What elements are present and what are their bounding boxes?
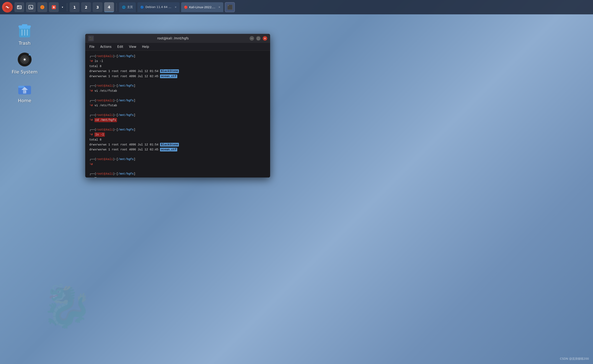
filesystem-icon[interactable]: File System [8, 49, 41, 77]
workspace-tab-4[interactable]: 4 [104, 2, 114, 12]
terminal-maximize-btn[interactable]: □ [256, 36, 261, 41]
terminal-line-7: ┌──(root㉿kali)-[/mnt/hgfs] [89, 113, 266, 117]
taskbar-divider-1 [67, 3, 67, 11]
terminal-line-3: ┌──(root㉿kali)-[/mnt/hgfs] [89, 84, 266, 88]
debian-tab-label: Debian 11.4 64 位 ... [146, 5, 172, 9]
terminal-menubar: File Actions Edit View Help [85, 43, 270, 51]
taskbar: B ▾ 1 2 3 4 🌐 主页 🔵 Debian 11.4 64 位 ... … [0, 0, 593, 14]
browser-tab-kali[interactable]: 🔴 Kali-Linux-2022.2-vmware... ✕ [181, 2, 223, 12]
terminal-line-2: └# ls -l [89, 59, 266, 63]
terminal-line-13: ┌──(root㉿kali)-[/mnt/hgfs] [89, 172, 266, 176]
svg-point-28 [25, 91, 26, 92]
kali-tab-favicon: 🔴 [184, 6, 187, 9]
burpsuite-dropdown[interactable]: ▾ [60, 2, 65, 12]
terminal-titlebar-icon: ⬛ [88, 35, 94, 41]
home-tab-label: 主页 [127, 5, 133, 9]
menu-file[interactable]: File [89, 45, 94, 49]
terminal-output-1: total 8 [89, 64, 266, 69]
terminal-line-12: └# [89, 162, 266, 167]
terminal-taskbar-tab[interactable]: ⬛ [225, 2, 235, 12]
workspace-tab-2[interactable]: 2 [81, 2, 91, 12]
terminal-output-2: drwxrwxrwx 1 root root 4096 Jul 12 01:54… [89, 69, 266, 73]
kali-logo[interactable] [2, 2, 13, 13]
terminal-titlebar: ⬛ root@kali: /mnt/hgfs — □ ✕ [85, 34, 270, 43]
terminal-line-8: └# cd /mnt/hgfs [89, 118, 266, 122]
debian-tab-favicon: 🔵 [140, 6, 144, 9]
terminal-button[interactable] [26, 2, 36, 12]
svg-rect-17 [22, 24, 27, 26]
filesystem-label: File System [12, 69, 38, 74]
menu-help[interactable]: Help [142, 45, 149, 49]
browser-tab-debian[interactable]: 🔵 Debian 11.4 64 位 ... ✕ [137, 2, 180, 12]
trash-label: Trash [19, 41, 31, 46]
svg-text:B: B [53, 6, 55, 9]
kali-tab-close[interactable]: ✕ [218, 6, 220, 9]
workspace-tab-3[interactable]: 3 [93, 2, 102, 12]
burpsuite-button[interactable]: B [49, 2, 59, 12]
home-tab-favicon: 🌐 [122, 6, 126, 9]
menu-actions[interactable]: Actions [100, 45, 112, 49]
svg-rect-4 [17, 6, 21, 9]
home-icon[interactable]: Home [8, 78, 41, 105]
svg-rect-25 [18, 86, 24, 88]
terminal-window: ⬛ root@kali: /mnt/hgfs — □ ✕ File Action… [85, 34, 270, 177]
terminal-line-1: ┌──(root㉿kali)-[/mnt/hgfs] [89, 54, 266, 58]
terminal-output-5: drwxrwxrwx 1 root root 4096 Jul 12 01:54… [89, 143, 266, 147]
terminal-minimize-btn[interactable]: — [250, 36, 254, 41]
filesystem-icon-img [16, 51, 33, 68]
svg-point-1 [7, 6, 8, 8]
file-manager-button[interactable] [14, 2, 24, 12]
menu-edit[interactable]: Edit [117, 45, 123, 49]
terminal-line-5: ┌──(root㉿kali)-[/mnt/hgfs] [89, 98, 266, 103]
firefox-button[interactable] [37, 2, 47, 12]
terminal-controls: — □ ✕ [250, 36, 267, 41]
taskbar-divider-2 [116, 3, 117, 11]
home-icon-img [16, 80, 33, 97]
trash-icon-img [16, 23, 33, 39]
home-label: Home [18, 98, 31, 103]
terminal-tab-icon: ⬛ [227, 5, 233, 10]
terminal-line-11: ┌──(root㉿kali)-[/mnt/hgfs] [89, 157, 266, 162]
menu-view[interactable]: View [129, 45, 136, 49]
bg-decoration: 🐉 [41, 282, 103, 344]
terminal-line-10: └# ls -l [89, 132, 266, 137]
terminal-title: root@kali: /mnt/hgfs [96, 37, 250, 40]
terminal-line-4: └# vi /etc/fstab [89, 89, 266, 93]
terminal-body[interactable]: ┌──(root㉿kali)-[/mnt/hgfs] └# ls -l tota… [85, 51, 270, 177]
terminal-cursor [94, 177, 97, 177]
svg-point-22 [24, 58, 26, 60]
terminal-output-4: total 8 [89, 137, 266, 142]
workspace-tab-1[interactable]: 1 [70, 2, 80, 12]
csdn-watermark: CSDN @流浪猫喵200 [560, 357, 589, 361]
browser-tab-home[interactable]: 🌐 主页 [119, 2, 136, 12]
kali-tab-label: Kali-Linux-2022.2-vmware... [189, 6, 216, 9]
trash-icon[interactable]: Trash [8, 20, 41, 48]
terminal-output-3: drwxrwxrwx 1 root root 4096 Jul 12 02:45… [89, 74, 266, 78]
svg-rect-23 [29, 54, 31, 55]
terminal-line-9: ┌──(root㉿kali)-[/mnt/hgfs] [89, 127, 266, 132]
debian-tab-close[interactable]: ✕ [175, 6, 177, 9]
terminal-output-6: drwxrwxrwx 1 root root 4096 Jul 12 02:45… [89, 147, 266, 152]
terminal-close-btn[interactable]: ✕ [263, 36, 267, 41]
terminal-line-14: └# [89, 177, 266, 177]
terminal-line-6: └# vi /etc/fstab [89, 103, 266, 108]
